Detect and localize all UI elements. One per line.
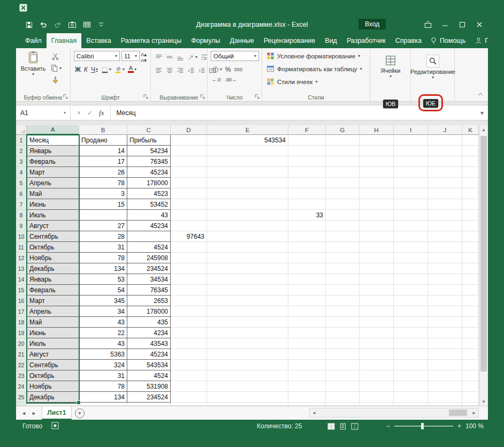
confirm-entry-icon[interactable]: ✓ (87, 109, 93, 117)
horizontal-scrollbar[interactable]: ◄ ► (309, 408, 479, 418)
cell-H18[interactable] (360, 317, 394, 328)
cell-C21[interactable]: 45234 (127, 349, 171, 360)
cell-B18[interactable]: 43 (79, 317, 127, 328)
cell-C17[interactable]: 178000 (127, 306, 171, 317)
cell-C22[interactable]: 543534 (127, 360, 171, 370)
cell-D16[interactable] (171, 296, 207, 306)
align-right-icon[interactable] (175, 65, 185, 75)
cell-H8[interactable] (360, 210, 394, 221)
cell-J22[interactable] (428, 360, 462, 370)
cell-K13[interactable] (462, 263, 479, 274)
cell-D2[interactable] (171, 146, 207, 156)
cell-F1[interactable] (288, 135, 326, 146)
cell-E23[interactable] (207, 370, 288, 381)
share-button[interactable]: Поделиться (471, 37, 488, 44)
row-header-13[interactable]: 13 (16, 263, 27, 274)
comma-style-button[interactable]: 000 (233, 64, 244, 74)
column-header-C[interactable]: C (127, 125, 171, 135)
cell-A20[interactable]: Июль (27, 338, 79, 349)
cell-styles-button[interactable]: Стили ячеек ▾ (266, 78, 317, 86)
align-top-icon[interactable] (154, 52, 164, 62)
cut-button[interactable] (51, 52, 59, 60)
cell-A7[interactable]: Июнь (27, 199, 79, 210)
cell-E2[interactable] (207, 146, 288, 156)
close-button[interactable] (471, 16, 488, 33)
cell-B12[interactable]: 78 (79, 253, 127, 263)
cell-J19[interactable] (428, 328, 462, 338)
cell-C9[interactable]: 45234 (127, 221, 171, 231)
cell-E7[interactable] (207, 199, 288, 210)
cell-K1[interactable] (462, 135, 479, 146)
cell-K19[interactable] (462, 328, 479, 338)
cell-E14[interactable] (207, 274, 288, 285)
cell-H11[interactable] (360, 242, 394, 253)
cell-J4[interactable] (428, 167, 462, 178)
cell-G22[interactable] (326, 360, 360, 370)
zoom-level[interactable]: 100 % (465, 422, 484, 430)
cell-F19[interactable] (288, 328, 326, 338)
cell-I3[interactable] (394, 156, 428, 167)
cell-G13[interactable] (326, 263, 360, 274)
cell-C13[interactable]: 234524 (127, 263, 171, 274)
excel-app-icon[interactable] (19, 4, 27, 12)
copy-button[interactable]: ▾ (50, 64, 62, 72)
cell-I2[interactable] (394, 146, 428, 156)
cell-H23[interactable] (360, 370, 394, 381)
save-icon[interactable] (25, 20, 33, 29)
cell-F3[interactable] (288, 156, 326, 167)
cell-F4[interactable] (288, 167, 326, 178)
cell-I15[interactable] (394, 285, 428, 296)
row-header-22[interactable]: 22 (16, 360, 27, 370)
increase-decimal-button[interactable]: ←.0 (212, 77, 221, 82)
cell-B13[interactable]: 134 (79, 263, 127, 274)
cell-H21[interactable] (360, 349, 394, 360)
name-box[interactable]: A1 ▾ (16, 105, 71, 120)
select-all-corner[interactable] (16, 125, 27, 135)
cell-K23[interactable] (462, 370, 479, 381)
cell-I10[interactable] (394, 231, 428, 242)
row-header-25[interactable]: 25 (16, 392, 27, 403)
column-header-E[interactable]: E (207, 125, 288, 135)
row-header-12[interactable]: 12 (16, 253, 27, 263)
cell-G8[interactable] (326, 210, 360, 221)
cell-G12[interactable] (326, 253, 360, 263)
cell-K10[interactable] (462, 231, 479, 242)
font-size-combo[interactable]: 11 ▾ (121, 51, 140, 61)
cell-K16[interactable] (462, 296, 479, 306)
tab-review[interactable]: Рецензирование (259, 33, 320, 48)
cell-J3[interactable] (428, 156, 462, 167)
borders-button[interactable]: ▾ (100, 64, 112, 74)
row-header-20[interactable]: 20 (16, 338, 27, 349)
percent-style-button[interactable]: % (224, 64, 232, 74)
cell-D11[interactable] (171, 242, 207, 253)
cell-B15[interactable]: 54 (79, 285, 127, 296)
cell-G23[interactable] (326, 370, 360, 381)
collapse-ribbon-icon[interactable] (477, 92, 484, 97)
cell-J20[interactable] (428, 338, 462, 349)
zoom-in-icon[interactable]: + (457, 422, 461, 430)
column-header-G[interactable]: G (326, 125, 360, 135)
cell-D19[interactable] (171, 328, 207, 338)
cell-A6[interactable]: Май (27, 188, 79, 199)
cell-G19[interactable] (326, 328, 360, 338)
row-header-21[interactable]: 21 (16, 349, 27, 360)
cell-E18[interactable] (207, 317, 288, 328)
cell-J23[interactable] (428, 370, 462, 381)
cell-A11[interactable]: Октябрь (27, 242, 79, 253)
cell-B3[interactable]: 17 (79, 156, 127, 167)
zoom-slider-thumb[interactable] (421, 423, 424, 429)
cell-H17[interactable] (360, 306, 394, 317)
cell-I16[interactable] (394, 296, 428, 306)
ribbon-display-options-icon[interactable] (419, 16, 437, 33)
cell-G15[interactable] (326, 285, 360, 296)
next-sheet-icon[interactable]: ► (32, 411, 36, 416)
cell-C15[interactable]: 76345 (127, 285, 171, 296)
cell-C1[interactable]: Прибыль (127, 135, 171, 146)
cell-D1[interactable] (171, 135, 207, 146)
cell-D24[interactable] (171, 381, 207, 392)
conditional-formatting-button[interactable]: Условное форматирование ▾ (266, 52, 360, 60)
cell-B9[interactable]: 27 (79, 221, 127, 231)
cancel-entry-icon[interactable]: × (77, 109, 81, 117)
cell-K20[interactable] (462, 338, 479, 349)
cell-H14[interactable] (360, 274, 394, 285)
